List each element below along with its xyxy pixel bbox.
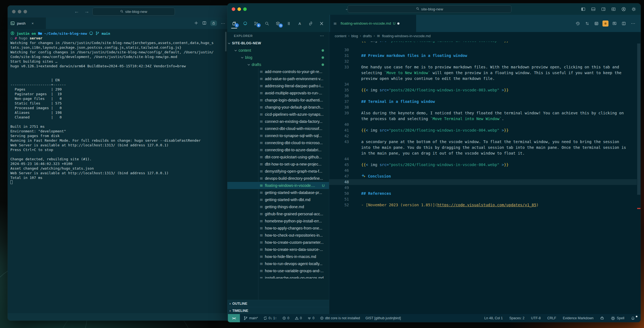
code-line[interactable]: 31## Preview markdown files in a floatin…: [329, 53, 637, 59]
forward-arrow-icon[interactable]: →: [84, 8, 89, 14]
file-item[interactable]: ≡add-value-to-path-environment-v...: [227, 75, 329, 82]
new-terminal-button[interactable]: [194, 21, 198, 26]
terminal-content[interactable]: justin on ~/Code/site-blog-new main○ # h…: [8, 29, 227, 319]
panelB-icon[interactable]: [590, 6, 596, 12]
window-controls[interactable]: [232, 7, 247, 11]
close-window-button[interactable]: [232, 7, 235, 11]
window-controls[interactable]: [12, 10, 27, 13]
command-center[interactable]: site-blog-new: [348, 5, 511, 13]
file-item[interactable]: ≡how-to-check-out-repositories-in...: [227, 232, 329, 239]
folder-content[interactable]: content: [227, 47, 329, 54]
code-line[interactable]: 40: [329, 122, 637, 127]
code-line[interactable]: 38: [329, 105, 637, 110]
activity-source-control[interactable]: 5: [252, 18, 260, 29]
code-line[interactable]: 41{{< img src="posts/2024/floating-windo…: [329, 127, 637, 133]
evidence-preview-icon[interactable]: [602, 21, 608, 27]
copilot[interactable]: [598, 316, 606, 320]
file-item[interactable]: ≡how-to-create-custom-parameter...: [227, 239, 329, 246]
lock-terminal-button[interactable]: [210, 21, 217, 26]
code-line[interactable]: 49: [329, 185, 637, 191]
file-item[interactable]: ≡getting-things-done.md: [227, 203, 329, 210]
code-line[interactable]: 46: [329, 168, 637, 173]
compare-changes-icon[interactable]: [584, 20, 590, 27]
breadcrumb-item[interactable]: blog: [351, 34, 358, 38]
file-item[interactable]: ≡connect-an-existing-data-factory...: [227, 118, 329, 125]
activity-python[interactable]: [307, 18, 315, 29]
cursor-position[interactable]: Ln 48, Col 1: [483, 316, 505, 320]
file-item[interactable]: ≡how-to-use-variable-groups-and-...: [227, 267, 329, 274]
code-line[interactable]: 33One handy use case for me is to previe…: [329, 64, 637, 70]
git-sync[interactable]: 0↓ 1↑: [261, 316, 279, 320]
activity-explorer[interactable]: 1: [230, 18, 238, 29]
notifications[interactable]: [629, 316, 637, 320]
panelR-icon[interactable]: [600, 6, 607, 12]
file-item[interactable]: ≡dbt-how-to-set-up-a-new-projec...: [227, 161, 329, 168]
code-line[interactable]: in the main pane, you can drag it out of…: [329, 150, 637, 156]
file-item[interactable]: ≡cicd-pipelines-with-azure-synaps...: [227, 111, 329, 118]
activity-azure[interactable]: A: [296, 18, 304, 29]
folder-drafts[interactable]: drafts: [227, 61, 329, 68]
split-terminal-button[interactable]: [202, 21, 207, 26]
code-line[interactable]: preview open while you continue to edit …: [329, 76, 637, 82]
code-line[interactable]: 42: [329, 133, 637, 139]
code-line[interactable]: 32: [329, 59, 637, 64]
timeline-section[interactable]: › TIMELINE: [227, 307, 329, 314]
file-item[interactable]: ≡connect-dbt-cloud-with-microsof...: [227, 125, 329, 132]
encoding[interactable]: UTF-8: [529, 316, 543, 320]
code-line[interactable]: 47 Conclusion: [329, 173, 637, 179]
activity-references[interactable]: [274, 18, 282, 29]
table-preview-icon[interactable]: [593, 20, 600, 27]
file-item[interactable]: ≡getting-started-with-dbt.md: [227, 196, 329, 203]
code-editor[interactable]: {{< img src="posts/2024/floating-windows…: [329, 42, 637, 314]
code-line[interactable]: 50## References: [329, 191, 637, 196]
remote-indicator[interactable]: ><: [228, 314, 240, 322]
folder-blog[interactable]: blog: [227, 54, 329, 61]
gist-status[interactable]: GIST [github justinjbird]: [364, 316, 403, 320]
file-item[interactable]: ≡how-to-apply-changes-from-one...: [227, 225, 329, 232]
language-mode[interactable]: Evidence Markdown: [561, 316, 596, 320]
timeline-icon[interactable]: [575, 20, 581, 27]
code-line[interactable]: 34: [329, 82, 637, 87]
split-editor-icon[interactable]: [621, 20, 627, 27]
file-item[interactable]: ≡how-to-create-xero-data-source-...: [227, 246, 329, 253]
zoom-window-button[interactable]: [243, 7, 247, 11]
terminal-tab-pwsh[interactable]: pwsh ×: [8, 18, 46, 29]
terminal-scrollbar[interactable]: [225, 32, 227, 51]
git-branch[interactable]: main*: [242, 316, 260, 320]
layout-icon[interactable]: [610, 6, 617, 12]
editor-scrollbar[interactable]: [637, 43, 640, 195]
ports[interactable]: 0: [305, 316, 316, 320]
file-item[interactable]: ≡avoid-multiple-approvals-to-run-...: [227, 89, 329, 97]
open-preview-icon[interactable]: [611, 20, 618, 27]
editor-tab[interactable]: ≡ floating-windows-in-vscode.md U: [330, 15, 416, 32]
outline-section[interactable]: › OUTLINE: [227, 300, 329, 307]
eol[interactable]: CRLF: [545, 316, 558, 320]
code-line[interactable]: the process tab and selecting `Move Term…: [329, 116, 637, 122]
code-line[interactable]: 51: [329, 196, 637, 202]
indentation[interactable]: Spaces: 2: [507, 316, 527, 320]
code-line[interactable]: {{< img src="posts/2024/floating-windows…: [329, 42, 637, 43]
back-arrow-icon[interactable]: ←: [74, 8, 79, 14]
code-line[interactable]: 44: [329, 156, 637, 162]
activity-pause[interactable]: [285, 18, 293, 29]
code-line[interactable]: 52- [November 2023 (version 1.85)](https…: [329, 202, 637, 208]
gear-icon[interactable]: [630, 6, 637, 12]
activity-github[interactable]: [241, 18, 249, 29]
code-line[interactable]: 43a secondary pane at the bottom of the …: [329, 139, 637, 145]
file-item[interactable]: ≡add-more-controls-to-your-git-re...: [227, 68, 329, 75]
file-item[interactable]: ≡connecting-dbt-cloud-to-microso...: [227, 139, 329, 146]
file-item[interactable]: ≡homebrew-python-pip-install-err...: [227, 217, 329, 225]
errors[interactable]: 0: [280, 316, 291, 320]
code-line[interactable]: into the main pane. You do this by dragg…: [329, 145, 637, 150]
code-line[interactable]: 39Also during the keynote demo, I notice…: [329, 110, 637, 116]
explorer-more-icon[interactable]: ⋯: [320, 33, 324, 38]
breadcrumb-item[interactable]: drafts: [363, 34, 372, 38]
file-item[interactable]: ≡change-login-details-for-authenti...: [227, 97, 329, 104]
file-item[interactable]: ≡devops-build-directory-predefine...: [227, 175, 329, 182]
tree-root[interactable]: SITE-BLOG-NEW: [227, 40, 329, 47]
code-line[interactable]: 48: [329, 179, 637, 185]
terminal-more-icon[interactable]: ⋯: [221, 21, 225, 26]
file-item[interactable]: ≡demystifying-open-graph-meta-f...: [227, 168, 329, 175]
file-item[interactable]: ≡how-to-hide-files-in-macos.md: [227, 253, 329, 260]
file-item[interactable]: ≡addressing-literal-dacpac-paths-i...: [227, 82, 329, 89]
